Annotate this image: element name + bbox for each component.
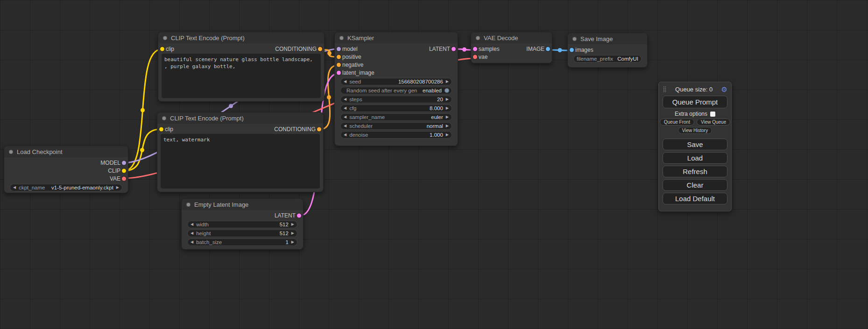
node-ksampler[interactable]: KSampler model LATENT positive negative … (334, 32, 458, 146)
increment-arrow-icon[interactable]: ▶ (291, 240, 294, 244)
slot-dot-latent-output[interactable] (297, 213, 301, 217)
negative-prompt-textarea[interactable]: text, watermark (161, 134, 320, 189)
slot-label-model: model (342, 46, 358, 52)
save-button[interactable]: Save (663, 139, 727, 150)
widget-scheduler[interactable]: ◀ scheduler normal ▶ (340, 122, 452, 130)
queue-prompt-button[interactable]: Queue Prompt (663, 96, 727, 108)
decrement-arrow-icon[interactable]: ◀ (13, 186, 16, 189)
widget-cfg[interactable]: ◀ cfg 8.000 ▶ (340, 105, 452, 112)
decrement-arrow-icon[interactable]: ◀ (344, 115, 346, 119)
extra-options-checkbox[interactable] (710, 112, 715, 117)
node-title-bar[interactable]: KSampler (335, 32, 458, 43)
view-history-button[interactable]: View History (678, 127, 712, 134)
widget-value: 1 (225, 239, 289, 245)
node-clip-text-encode-positive[interactable]: CLIP Text Encode (Prompt) clip CONDITION… (158, 32, 325, 102)
widget-value: v1-5-pruned-emaonly.ckpt (48, 185, 113, 190)
slot-dot-images-input[interactable] (570, 48, 574, 52)
slot-dot-image-output[interactable] (546, 47, 550, 51)
view-queue-button[interactable]: View Queue (697, 119, 730, 126)
decrement-arrow-icon[interactable]: ◀ (344, 106, 346, 110)
widget-value: 1.000 (371, 132, 443, 138)
increment-arrow-icon[interactable]: ▶ (446, 124, 449, 128)
collapse-dot-icon[interactable] (339, 36, 344, 40)
node-vae-decode[interactable]: VAE Decode samples IMAGE vae (471, 32, 552, 63)
refresh-button[interactable]: Refresh (663, 166, 727, 177)
collapse-dot-icon[interactable] (163, 36, 167, 40)
widget-label: Random seed after every gen (346, 88, 417, 93)
node-title-bar[interactable]: CLIP Text Encode (Prompt) (157, 112, 323, 124)
increment-arrow-icon[interactable]: ▶ (446, 106, 449, 110)
slot-dot-latent-image-input[interactable] (337, 70, 341, 75)
slot-dot-conditioning-output[interactable] (318, 47, 322, 51)
widget-value: normal (375, 123, 443, 129)
increment-arrow-icon[interactable]: ▶ (446, 98, 449, 101)
slot-dot-clip-output[interactable] (122, 168, 126, 173)
wire-clip-to-positive-prompt (124, 49, 161, 171)
load-button[interactable]: Load (663, 152, 727, 164)
slot-dot-clip-input[interactable] (160, 47, 164, 51)
node-graph-canvas[interactable]: Load Checkpoint MODEL CLIP VAE ◀ ckpt_na… (0, 0, 868, 329)
widget-label: scheduler (349, 123, 373, 129)
widget-ckpt-name[interactable]: ◀ ckpt_name v1-5-pruned-emaonly.ckpt ▶ (10, 184, 122, 191)
widget-filename-prefix[interactable]: filename_prefix ComfyUI (573, 55, 642, 63)
widget-height[interactable]: ◀ height 512 ▶ (187, 230, 297, 237)
decrement-arrow-icon[interactable]: ◀ (191, 223, 193, 226)
node-title-bar[interactable]: Empty Latent Image (182, 199, 303, 210)
decrement-arrow-icon[interactable]: ◀ (344, 133, 346, 137)
slot-dot-vae-input[interactable] (473, 55, 477, 59)
widget-seed[interactable]: ◀ seed 156680208700286 ▶ (340, 78, 452, 85)
node-save-image[interactable]: Save Image images filename_prefix ComfyU… (567, 33, 648, 68)
collapse-dot-icon[interactable] (186, 203, 191, 207)
node-load-checkpoint[interactable]: Load Checkpoint MODEL CLIP VAE ◀ ckpt_na… (4, 146, 128, 193)
node-empty-latent-image[interactable]: Empty Latent Image LATENT ◀ width 512 ▶ … (181, 198, 303, 250)
slot-dot-model-output[interactable] (122, 161, 126, 165)
clear-button[interactable]: Clear (663, 179, 727, 191)
widget-steps[interactable]: ◀ steps 20 ▶ (340, 96, 452, 103)
increment-arrow-icon[interactable]: ▶ (291, 231, 294, 235)
widget-label: steps (349, 97, 362, 102)
collapse-dot-icon[interactable] (476, 36, 480, 40)
collapse-dot-icon[interactable] (572, 37, 577, 41)
slot-dot-latent-output[interactable] (452, 47, 456, 51)
node-title-bar[interactable]: Load Checkpoint (4, 146, 128, 157)
widget-random-seed-toggle[interactable]: Random seed after every gen enabled (340, 87, 452, 94)
widget-width[interactable]: ◀ width 512 ▶ (187, 221, 297, 228)
slot-dot-positive-input[interactable] (337, 55, 341, 59)
slot-dot-samples-input[interactable] (473, 47, 477, 51)
collapse-dot-icon[interactable] (9, 150, 13, 154)
collapse-dot-icon[interactable] (162, 116, 166, 120)
positive-prompt-textarea[interactable]: beautiful scenery nature glass bottle la… (162, 54, 321, 98)
decrement-arrow-icon[interactable]: ◀ (344, 98, 346, 101)
decrement-arrow-icon[interactable]: ◀ (344, 124, 346, 128)
slot-dot-model-input[interactable] (337, 47, 341, 51)
node-title-bar[interactable]: Save Image (568, 33, 647, 44)
slot-row-clip-conditioning: clip CONDITIONING (157, 125, 323, 133)
slot-dot-vae-output[interactable] (122, 176, 126, 181)
slot-label-latent: LATENT (429, 46, 450, 52)
widget-batch-size[interactable]: ◀ batch_size 1 ▶ (187, 238, 297, 246)
link-midpoint-dot (229, 104, 233, 108)
increment-arrow-icon[interactable]: ▶ (291, 223, 294, 226)
slot-dot-clip-input[interactable] (159, 127, 163, 131)
slot-dot-conditioning-output[interactable] (317, 127, 321, 131)
increment-arrow-icon[interactable]: ▶ (446, 133, 449, 137)
node-clip-text-encode-negative[interactable]: CLIP Text Encode (Prompt) clip CONDITION… (157, 112, 324, 192)
widget-sampler-name[interactable]: ◀ sampler_name euler ▶ (340, 113, 452, 121)
widget-value: 156680208700286 (364, 79, 443, 84)
load-default-button[interactable]: Load Default (663, 193, 727, 204)
decrement-arrow-icon[interactable]: ◀ (191, 240, 193, 244)
settings-gear-icon[interactable]: ⚙ (721, 86, 727, 93)
toggle-dot-icon[interactable] (445, 88, 449, 93)
decrement-arrow-icon[interactable]: ◀ (191, 231, 193, 235)
decrement-arrow-icon[interactable]: ◀ (344, 80, 346, 84)
node-title-bar[interactable]: CLIP Text Encode (Prompt) (158, 32, 324, 43)
increment-arrow-icon[interactable]: ▶ (446, 80, 449, 84)
slot-row-samples-image: samples IMAGE (471, 45, 552, 53)
queue-front-button[interactable]: Queue Front (660, 119, 694, 126)
node-title-bar[interactable]: VAE Decode (471, 32, 552, 43)
slot-dot-negative-input[interactable] (337, 63, 341, 67)
increment-arrow-icon[interactable]: ▶ (116, 186, 119, 189)
drag-handle-icon[interactable]: ⣿ (663, 86, 667, 92)
widget-denoise[interactable]: ◀ denoise 1.000 ▶ (340, 131, 452, 139)
increment-arrow-icon[interactable]: ▶ (446, 115, 449, 119)
